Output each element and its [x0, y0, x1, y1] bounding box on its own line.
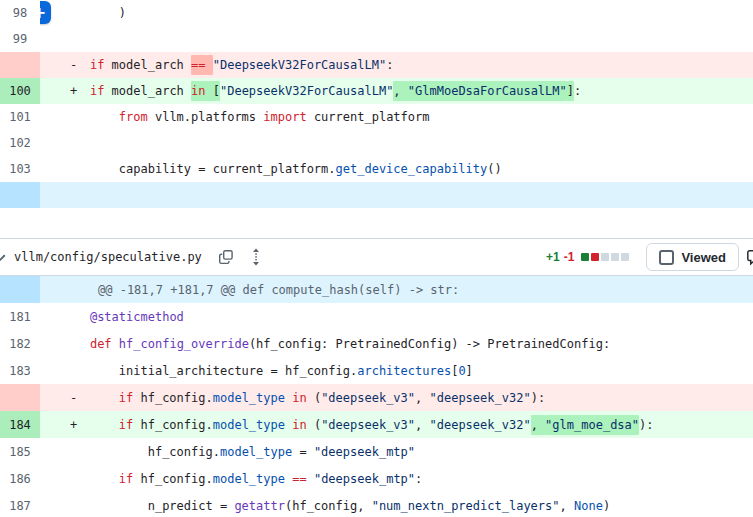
code-token: model_type	[220, 445, 292, 459]
line-number[interactable]: 187	[0, 492, 40, 517]
code-token: ,	[393, 81, 407, 101]
code-token	[206, 55, 213, 75]
line-number[interactable]: 186	[0, 465, 40, 492]
copy-path-icon[interactable]	[218, 248, 234, 266]
diff-row-add: 100+ if model_arch in ["DeepseekV32ForCa…	[0, 78, 753, 104]
code-token	[112, 337, 119, 351]
viewed-checkbox[interactable]	[659, 250, 674, 265]
drag-handle-icon[interactable]	[249, 248, 263, 266]
code-token: in	[191, 81, 205, 101]
code-token: initial_architecture = hf_config.	[61, 364, 357, 378]
code-token: ==	[191, 55, 205, 75]
code-token: [	[206, 81, 220, 101]
code-token: def	[90, 337, 112, 351]
viewed-label: Viewed	[681, 250, 726, 265]
card-gap	[0, 208, 753, 238]
diff-row-ctx: 183 initial_architecture = hf_config.arc…	[0, 357, 753, 384]
code-token: "num_nextn_predict_layers"	[372, 499, 560, 513]
file-path: vllm/config/speculative.py	[14, 250, 202, 264]
line-number[interactable]: 100	[0, 78, 40, 104]
code-line: + if hf_config.model_type in ("deepseek_…	[40, 411, 753, 438]
code-token: (	[307, 418, 321, 432]
diff-row-ctx: 187 n_predict = getattr(hf_config, "num_…	[0, 492, 753, 517]
diff-row-add: 184+ if hf_config.model_type in ("deepse…	[0, 411, 753, 438]
code-token: model_arch	[104, 84, 191, 98]
diff-row-ctx: 182 def hf_config_override(hf_config: Pr…	[0, 330, 753, 357]
code-token: model_type	[213, 418, 285, 432]
code-token: architectures	[357, 364, 451, 378]
diffstat-square	[611, 253, 619, 261]
added-marker: +	[70, 84, 77, 98]
code-token: "GlmMoeDsaForCausalLM"	[408, 81, 567, 101]
code-token: ()	[487, 162, 501, 176]
additions-count: +1	[546, 250, 560, 264]
diff-file-card-2: vllm/config/speculative.py +1 -1 Viewed	[0, 238, 753, 517]
line-number[interactable]: 101	[0, 104, 40, 130]
code-token: capability = current_platform.	[61, 162, 336, 176]
code-token: n_predict =	[61, 499, 234, 513]
expand-gutter[interactable]	[0, 276, 40, 303]
line-number[interactable]: 182	[0, 330, 40, 357]
code-token: ]	[567, 81, 574, 101]
code-token: if	[119, 418, 133, 432]
line-number[interactable]	[0, 52, 40, 78]
code-token	[307, 472, 314, 486]
code-token: "DeepseekV32ForCausalLM"	[213, 58, 386, 72]
code-token: 0	[458, 364, 465, 378]
code-line: def hf_config_override(hf_config: Pretra…	[40, 330, 753, 357]
file-header-actions: +1 -1 Viewed	[546, 243, 739, 271]
code-token: ,	[560, 499, 574, 513]
line-number[interactable]: 99	[0, 26, 40, 52]
diff-file-card-1: 98+ )99- if model_arch == "DeepseekV32Fo…	[0, 0, 753, 208]
code-token: in	[292, 391, 306, 405]
code-line: @staticmethod	[40, 303, 753, 330]
line-number[interactable]: 98	[0, 0, 40, 26]
diff-row-ctx: 181 @staticmethod	[0, 303, 753, 330]
code-token: (hf_config,	[285, 499, 372, 513]
code-token: ):	[531, 391, 545, 405]
code-token: ==	[292, 472, 306, 486]
code-line: + if model_arch in ["DeepseekV32ForCausa…	[40, 78, 753, 104]
diff-row-ctx: 102	[0, 130, 753, 156]
expand-gutter[interactable]	[0, 182, 40, 208]
code-token: if	[119, 472, 133, 486]
diffstat-square	[591, 253, 599, 261]
code-token	[61, 110, 119, 124]
comment-icon[interactable]	[746, 249, 753, 270]
diff-row-ctx: 186 if hf_config.model_type == "deepseek…	[0, 465, 753, 492]
line-number[interactable]: 183	[0, 357, 40, 384]
code-token	[61, 310, 90, 324]
line-number[interactable]: 102	[0, 130, 40, 156]
line-number[interactable]	[0, 384, 40, 411]
code-token: =	[292, 445, 314, 459]
code-token: model_type	[213, 391, 285, 405]
code-token: "deepseek_v3"	[321, 391, 415, 405]
code-line	[40, 182, 753, 208]
added-marker: +	[70, 418, 77, 432]
code-token: hf_config.	[133, 391, 212, 405]
code-token: "deepseek_mtp"	[314, 472, 415, 486]
viewed-button[interactable]: Viewed	[646, 243, 739, 271]
code-token: :	[415, 472, 422, 486]
code-token: hf_config.	[133, 418, 212, 432]
code-token: "deepseek_v3"	[321, 418, 415, 432]
code-token: [	[451, 364, 458, 378]
code-token: )	[603, 499, 610, 513]
removed-marker: -	[70, 391, 77, 405]
file-header: vllm/config/speculative.py +1 -1 Viewed	[0, 239, 753, 276]
line-number[interactable]: 181	[0, 303, 40, 330]
code-line: hf_config.model_type = "deepseek_mtp"	[40, 438, 753, 465]
diffstat-squares	[581, 253, 629, 261]
code-line: capability = current_platform.get_device…	[40, 156, 753, 182]
hunk-header-text: @@ -181,7 +181,7 @@ def compute_hash(sel…	[98, 283, 459, 297]
line-number[interactable]: 184	[0, 411, 40, 438]
chevron-down-icon[interactable]	[0, 249, 9, 267]
code-token: ):	[639, 418, 653, 432]
code-token: (	[307, 391, 321, 405]
code-line	[40, 130, 753, 156]
diffstat-square	[621, 253, 629, 261]
diff-row-ctx: 98+ )	[0, 0, 753, 26]
line-number[interactable]: 185	[0, 438, 40, 465]
line-number[interactable]: 103	[0, 156, 40, 182]
add-comment-button[interactable]: +	[40, 1, 51, 24]
